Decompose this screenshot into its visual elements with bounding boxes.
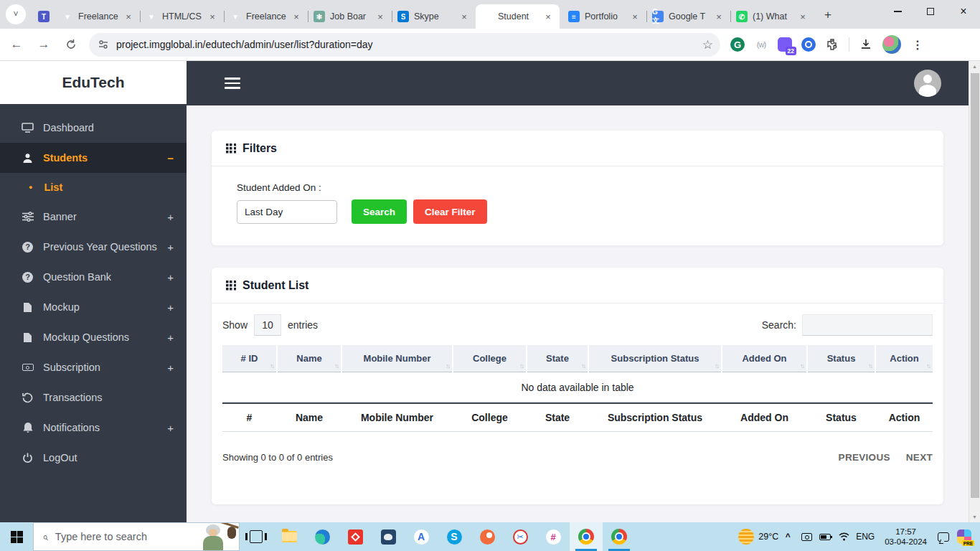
copilot-button[interactable]: PRE <box>957 529 971 544</box>
scrollbar-thumb[interactable] <box>971 73 979 498</box>
back-button[interactable]: ← <box>6 34 27 55</box>
sort-icon[interactable]: ↑↓ <box>519 362 523 369</box>
next-page-button[interactable]: NEXT <box>906 452 933 463</box>
weather-icon[interactable] <box>738 529 754 545</box>
scroll-down-icon[interactable]: ▼ <box>969 512 980 522</box>
browser-profile-avatar[interactable] <box>882 35 901 54</box>
sidebar-item-banner[interactable]: Banner + <box>0 202 187 232</box>
expand-icon[interactable]: + <box>167 271 174 283</box>
sidebar-item-previous-year-questions[interactable]: ? Previous Year Questions + <box>0 232 187 262</box>
sidebar-item-dashboard[interactable]: Dashboard <box>0 113 187 143</box>
browser-menu-button[interactable]: ⋮ <box>910 37 925 52</box>
downloads-button[interactable] <box>859 37 873 52</box>
close-icon[interactable]: × <box>713 11 725 22</box>
language-button[interactable]: ENG <box>853 522 877 551</box>
sort-icon[interactable]: ↑↓ <box>270 362 273 369</box>
battery-button[interactable] <box>816 522 834 551</box>
network-button[interactable] <box>834 522 853 551</box>
sort-icon[interactable]: ↑↓ <box>446 362 449 369</box>
snipping-tool-button[interactable]: ✂ <box>504 522 537 551</box>
minimize-button[interactable] <box>881 0 914 23</box>
close-icon[interactable]: × <box>542 11 554 22</box>
scroll-up-icon[interactable]: ▲ <box>969 61 980 72</box>
close-icon[interactable]: × <box>123 11 134 22</box>
blue-extension-icon[interactable] <box>801 37 816 52</box>
page-scrollbar[interactable]: ▲ ▼ <box>969 61 980 522</box>
previous-page-button[interactable]: PREVIOUS <box>839 452 890 463</box>
chrome-button-2[interactable] <box>603 522 636 551</box>
collapse-icon[interactable]: − <box>167 152 174 164</box>
purple-extension-icon[interactable]: 22 <box>778 37 792 52</box>
taskbar-search[interactable]: ⌕ Type here to search <box>33 522 240 551</box>
expand-icon[interactable]: + <box>167 362 174 374</box>
bookmark-star-icon[interactable]: ☆ <box>702 37 713 52</box>
sort-icon[interactable]: ↑↓ <box>868 362 872 369</box>
tab-search-button[interactable]: ˅ <box>6 4 26 24</box>
site-settings-icon[interactable] <box>98 39 109 50</box>
close-icon[interactable]: × <box>629 11 641 22</box>
search-button[interactable]: Search <box>352 199 407 224</box>
new-tab-button[interactable]: + <box>819 6 837 24</box>
sidebar-item-notifications[interactable]: Notifications + <box>0 413 187 443</box>
reload-button[interactable] <box>60 34 82 55</box>
start-button[interactable] <box>0 522 33 551</box>
sort-icon[interactable]: ↑↓ <box>800 362 804 369</box>
column-header-name[interactable]: Name↑↓ <box>278 345 341 372</box>
grammarly-icon[interactable]: G <box>730 37 745 52</box>
slack-button[interactable]: # <box>537 522 570 551</box>
tab-freelancer-1[interactable]: ▼ Freelance × <box>56 4 140 29</box>
chrome-button-active[interactable] <box>570 522 603 551</box>
sidebar-item-mockup-questions[interactable]: Mockup Questions + <box>0 322 187 352</box>
temperature-text[interactable]: 29°C <box>758 532 778 542</box>
cast-button[interactable] <box>797 522 816 551</box>
pgadmin-button[interactable] <box>372 522 405 551</box>
hamburger-menu-icon[interactable] <box>225 77 240 89</box>
column-header-subscription[interactable]: Subscription Status↑↓ <box>589 345 721 372</box>
close-icon[interactable]: × <box>458 11 470 22</box>
close-icon[interactable]: × <box>207 11 218 22</box>
expand-icon[interactable]: + <box>167 331 174 344</box>
expand-icon[interactable]: + <box>167 422 174 434</box>
expand-icon[interactable]: + <box>167 211 174 223</box>
disabled-extension-icon[interactable]: (w) <box>754 37 768 52</box>
close-window-button[interactable]: × <box>947 0 980 23</box>
column-header-mobile[interactable]: Mobile Number↑↓ <box>342 345 452 372</box>
url-text[interactable]: project.imgglobal.in/edutech/admin/user/… <box>116 39 702 50</box>
postman-button[interactable] <box>471 522 504 551</box>
tab-portfolio[interactable]: ≡ Portfolio × <box>562 4 646 29</box>
file-explorer-button[interactable] <box>273 522 306 551</box>
clear-filter-button[interactable]: Clear Filter <box>413 199 487 224</box>
column-header-state[interactable]: State↑↓ <box>527 345 588 372</box>
extensions-puzzle-icon[interactable] <box>825 37 839 52</box>
expand-icon[interactable]: + <box>167 301 174 314</box>
tab-student-active[interactable]: ◍ Student × <box>476 4 560 29</box>
skype-button[interactable]: S <box>438 522 471 551</box>
duration-select[interactable]: Last Day <box>237 200 337 224</box>
address-bar[interactable]: project.imgglobal.in/edutech/admin/user/… <box>89 33 720 57</box>
entries-select[interactable]: 10 <box>254 314 281 336</box>
task-view-button[interactable] <box>240 522 273 551</box>
sort-icon[interactable]: ↑↓ <box>926 362 930 369</box>
anydesk-button[interactable] <box>339 522 372 551</box>
hidden-icons-button[interactable]: ^ <box>778 522 797 551</box>
tab-skype[interactable]: S Skype × <box>392 4 476 29</box>
sort-icon[interactable]: ↑↓ <box>334 362 338 369</box>
tab-whatsapp[interactable]: ✆ (1) What × <box>730 4 814 29</box>
column-header-added-on[interactable]: Added On↑↓ <box>722 345 806 372</box>
edge-button[interactable] <box>306 522 339 551</box>
sidebar-item-list[interactable]: ● List <box>0 173 187 202</box>
user-avatar[interactable] <box>914 70 941 97</box>
table-search-input[interactable] <box>802 314 933 336</box>
close-icon[interactable]: × <box>797 11 809 22</box>
sidebar-item-mockup[interactable]: Mockup + <box>0 292 187 322</box>
column-header-id[interactable]: # ID↑↓ <box>222 345 276 372</box>
app-a-button[interactable]: A <box>405 522 438 551</box>
close-icon[interactable]: × <box>374 11 386 22</box>
forward-button[interactable]: → <box>33 34 55 55</box>
sort-icon[interactable]: ↑↓ <box>715 362 718 369</box>
clock[interactable]: 17:57 03-04-2024 <box>885 527 927 547</box>
sidebar-item-question-bank[interactable]: ? Question Bank + <box>0 262 187 292</box>
pinned-tab-teams[interactable]: T <box>32 4 56 29</box>
brand-logo[interactable]: EduTech <box>0 61 187 104</box>
column-header-college[interactable]: College↑↓ <box>453 345 526 372</box>
